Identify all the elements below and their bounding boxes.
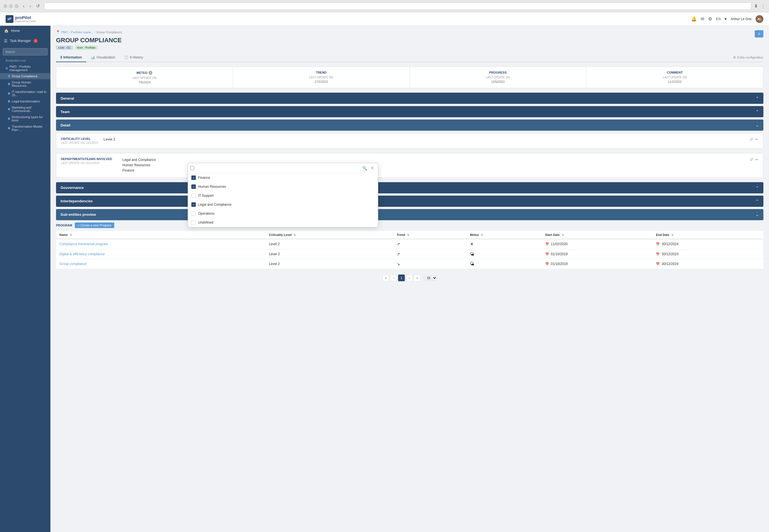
- dropdown-select-all-checkbox[interactable]: [190, 166, 194, 170]
- col-trend[interactable]: Trend ⇅: [393, 231, 466, 239]
- criticality-value: Level 2: [98, 137, 750, 141]
- row1-name-link[interactable]: Digital & efficiency compliance: [59, 252, 105, 256]
- lang-chevron-icon[interactable]: ▾: [724, 16, 727, 22]
- trend-title: TREND: [316, 71, 327, 74]
- dropdown-item-legal[interactable]: ✓ Legal and Compliance: [188, 200, 378, 209]
- settings-icon[interactable]: ⚙: [708, 16, 712, 22]
- dropdown-item-undefined[interactable]: Undefined: [188, 218, 378, 227]
- tab-visualization-label: Visualization: [96, 55, 115, 59]
- sidebar-group-hr-label: Group Human Resources: [12, 81, 46, 87]
- row2-start-date: 📅 01/10/2019: [542, 259, 653, 269]
- dept-label: DEPARTMENTS/TEAMS INVOLVED: [61, 157, 117, 161]
- page-last-button[interactable]: »: [414, 275, 420, 281]
- sidebar-item-it-transformation[interactable]: IT transformation: road to 20...: [0, 89, 50, 98]
- row0-start-date: 📅 11/02/2020: [542, 239, 653, 249]
- criticality-history-icon[interactable]: ↺: [750, 137, 753, 142]
- page-next-button[interactable]: ›: [406, 275, 413, 281]
- tab-visualization[interactable]: 📊 Visualization: [86, 53, 120, 62]
- sidebar-item-marketing[interactable]: Marketing and Communicati...: [0, 104, 50, 114]
- browser-reload-button[interactable]: ↺: [34, 3, 41, 9]
- section-governance[interactable]: Gouvernance ⌃: [56, 182, 763, 193]
- section-subentities[interactable]: Sub-entities preview ⌄: [56, 209, 763, 220]
- sidebar-item-group-compliance[interactable]: Group Compliance: [0, 73, 50, 79]
- sidebar-item-legal-transformation[interactable]: Legal transformation: [0, 98, 50, 104]
- page-size-select[interactable]: 15 25 50: [424, 275, 437, 281]
- dropdown-checkbox-operations[interactable]: [191, 211, 196, 216]
- row2-name-link[interactable]: Group compliance: [59, 262, 86, 266]
- hr-dot: [8, 83, 10, 85]
- dropdown-label-hr: Human Resources: [198, 185, 226, 189]
- meteo-info-icon[interactable]: i: [148, 71, 152, 75]
- sidebar-item-restructuring[interactable]: Restructuring types for firms: [0, 114, 50, 123]
- section-general[interactable]: General ⌃: [56, 93, 763, 104]
- sidebar-restructuring-label: Restructuring types for firms: [12, 115, 46, 122]
- col-meteo[interactable]: Meteo ⇅: [466, 231, 541, 239]
- location-icon: 📍: [56, 30, 60, 34]
- entity-config-button[interactable]: ⚙ Entity configuration: [733, 56, 763, 59]
- dropdown-item-finance[interactable]: ✓ Finance: [188, 173, 378, 182]
- content-area: 📍 PMO - Portfolio mana... / Group Compli…: [50, 26, 769, 532]
- section-detail[interactable]: Detail ⌄: [56, 119, 763, 131]
- page-first-button[interactable]: «: [382, 275, 389, 281]
- dropdown-item-hr[interactable]: ✓ Human Resources: [188, 182, 378, 191]
- notification-icon[interactable]: 🔔: [691, 16, 697, 22]
- dropdown-search-input[interactable]: [196, 165, 361, 171]
- create-program-button[interactable]: + Create a new Program: [75, 222, 114, 228]
- col-end-date[interactable]: End Date ⇅: [653, 231, 763, 239]
- tab-information[interactable]: ℹ Information: [56, 53, 86, 62]
- comment-title: COMMENT: [667, 71, 683, 74]
- page-1-button[interactable]: 1: [398, 275, 405, 281]
- tab-history[interactable]: 🕐 9 History: [120, 53, 147, 62]
- dropdown-checkbox-legal[interactable]: ✓: [191, 202, 196, 207]
- browser-dots: [3, 4, 18, 8]
- department-dropdown: 🔍 ✕ ✓ Finance ✓ Human Resources IT Suppo…: [188, 163, 378, 227]
- col-name[interactable]: Name ⇅: [56, 231, 266, 239]
- page-prev-button[interactable]: ‹: [390, 275, 397, 281]
- section-team[interactable]: Team ⌃: [56, 106, 763, 117]
- sidebar-item-home[interactable]: 🏠 Home: [0, 26, 50, 36]
- meteo-date: 7/6/2024: [61, 81, 228, 84]
- meteo-sub: LAST UPDATE ON: [61, 76, 228, 79]
- mail-icon[interactable]: ✉: [701, 16, 704, 22]
- page-action-button[interactable]: ≡: [755, 30, 763, 38]
- dropdown-close-icon[interactable]: ✕: [369, 165, 376, 171]
- browser-menu-icon[interactable]: ⋮: [761, 3, 766, 9]
- dropdown-label-undefined: Undefined: [198, 221, 214, 224]
- sidebar-item-pmo[interactable]: PMO - Portfolio management: [0, 64, 50, 73]
- sidebar-group-compliance-label: Group Compliance: [12, 74, 38, 78]
- browser-back-button[interactable]: ‹: [21, 3, 26, 9]
- sidebar-item-transformation-master[interactable]: Transformation Master Plan -...: [0, 123, 50, 133]
- col-criticality[interactable]: Criticality Level ⇅: [266, 231, 393, 239]
- section-detail-title: Detail: [60, 123, 70, 127]
- dropdown-checkbox-it-support[interactable]: [191, 193, 196, 198]
- sort-meteo-icon: ⇅: [481, 233, 483, 236]
- dept-edit-icon[interactable]: ✏: [755, 157, 759, 162]
- row0-name-link[interactable]: Compliance transversal program: [59, 242, 108, 246]
- sidebar-legal-label: Legal transformation: [12, 100, 40, 103]
- table-row: Group compliance Level 2 ↘ 🌤 📅 01/10/201…: [56, 259, 763, 269]
- dropdown-item-it-support[interactable]: IT Support: [188, 191, 378, 200]
- section-interdependencies[interactable]: Interdependencies ⌃: [56, 196, 763, 207]
- dropdown-item-operations[interactable]: Operations: [188, 209, 378, 218]
- dropdown-checkbox-undefined[interactable]: [191, 220, 196, 225]
- dropdown-list: ✓ Finance ✓ Human Resources IT Support ✓…: [188, 173, 378, 227]
- dropdown-checkbox-hr[interactable]: ✓: [191, 184, 196, 189]
- sidebar-item-group-hr[interactable]: Group Human Resources: [0, 79, 50, 89]
- sidebar-section-label: Assignation only: [0, 58, 50, 64]
- breadcrumb-link-pmo[interactable]: PMO - Portfolio mana...: [61, 31, 93, 34]
- user-avatar[interactable]: AL: [756, 15, 763, 23]
- section-governance-title: Gouvernance: [60, 186, 84, 190]
- browser-forward-button[interactable]: ›: [28, 3, 32, 9]
- criticality-edit-icon[interactable]: ✏: [755, 137, 759, 142]
- logo-text: proPilot: [15, 15, 31, 20]
- dept-history-icon[interactable]: ↺: [750, 157, 753, 162]
- row1-trend-icon: ↗: [397, 252, 400, 256]
- lang-selector[interactable]: EN: [716, 17, 721, 21]
- sidebar-search-input[interactable]: [3, 48, 48, 55]
- compliance-dot: [8, 75, 10, 77]
- dropdown-checkbox-finance[interactable]: ✓: [191, 175, 196, 180]
- page-title: GROUP COMPLIANCE: [56, 37, 763, 44]
- sidebar-item-taskmanager[interactable]: ☰ Task Manager !: [0, 36, 50, 46]
- col-start-date[interactable]: Start Date ⇅: [542, 231, 653, 239]
- browser-address-input[interactable]: [44, 3, 751, 10]
